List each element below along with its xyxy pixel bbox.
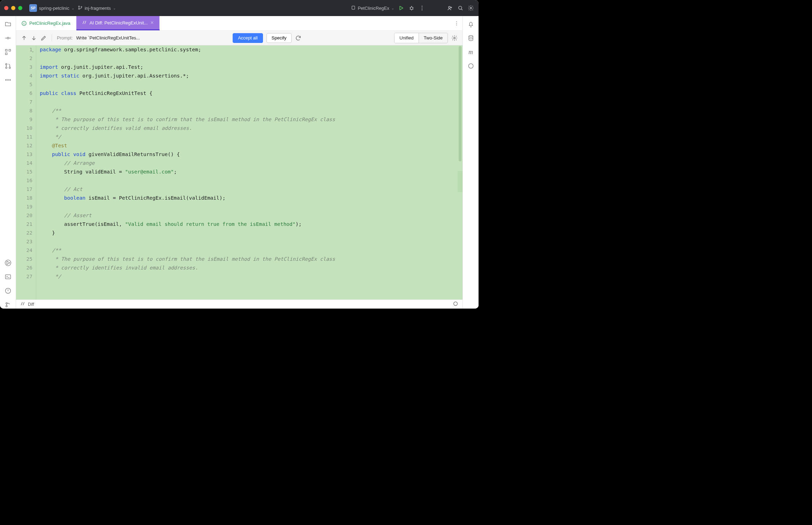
svg-rect-23: [5, 275, 10, 279]
git-tool-icon[interactable]: [4, 301, 12, 309]
prev-change-button[interactable]: [21, 35, 27, 41]
scrollbar[interactable]: [458, 45, 463, 300]
accept-all-button[interactable]: Accept all: [233, 33, 263, 43]
svg-point-5: [422, 6, 422, 7]
code-with-me-icon[interactable]: [446, 5, 453, 12]
svg-point-2: [81, 6, 82, 7]
left-tool-rail: [0, 16, 16, 309]
svg-point-10: [470, 7, 472, 9]
code-area[interactable]: package org.springframework.samples.petc…: [36, 45, 463, 300]
svg-point-20: [9, 80, 10, 81]
notifications-icon[interactable]: [467, 20, 475, 28]
run-tool-icon[interactable]: [4, 259, 12, 267]
unified-view-option[interactable]: Unified: [394, 33, 419, 43]
scroll-marker: [458, 171, 463, 192]
svg-point-30: [456, 23, 457, 23]
close-tab-button[interactable]: ✕: [150, 20, 154, 25]
terminal-tool-icon[interactable]: [4, 273, 12, 281]
database-tool-icon[interactable]: [467, 34, 475, 42]
search-icon[interactable]: [457, 5, 464, 12]
git-branch-selector[interactable]: inj-fragments ⌄: [78, 5, 116, 11]
svg-point-0: [78, 6, 80, 7]
run-file-icon: [351, 5, 356, 11]
minimize-window-button[interactable]: [11, 6, 15, 10]
svg-text:C: C: [23, 22, 25, 25]
tab-ai-diff[interactable]: AI Diff: PetClinicRegExUnit... ✕: [76, 16, 160, 30]
line-number-gutter: 1⌄23456789101112131415161718192021222324…: [16, 45, 36, 300]
ai-assistant-tool-icon[interactable]: [467, 62, 475, 70]
svg-point-32: [454, 37, 456, 39]
svg-point-7: [422, 9, 422, 10]
svg-point-17: [9, 67, 10, 68]
branch-name: inj-fragments: [85, 6, 111, 11]
maximize-window-button[interactable]: [18, 6, 22, 10]
java-class-icon: C: [22, 21, 27, 26]
more-actions-button[interactable]: [419, 5, 426, 12]
svg-point-8: [449, 6, 450, 8]
scroll-thumb[interactable]: [459, 46, 461, 161]
ai-assistant-status-icon[interactable]: [453, 301, 458, 308]
structure-tool-icon[interactable]: [4, 48, 12, 56]
chevron-down-icon: ⌄: [72, 6, 74, 10]
project-selector[interactable]: SP spring-petclinic ⌄: [29, 4, 74, 12]
svg-point-11: [7, 37, 9, 39]
tab-label: AI Diff: PetClinicRegExUnit...: [90, 20, 148, 25]
svg-point-19: [7, 80, 8, 81]
traffic-lights: [4, 6, 22, 10]
commit-tool-icon[interactable]: [4, 34, 12, 42]
svg-point-18: [5, 80, 6, 81]
svg-point-15: [5, 64, 7, 65]
svg-point-29: [456, 21, 457, 22]
svg-point-6: [422, 8, 422, 8]
svg-point-31: [456, 24, 457, 25]
project-badge: SP: [29, 4, 37, 12]
chevron-down-icon: ⌄: [391, 6, 394, 10]
right-tool-rail: m: [463, 16, 479, 309]
run-config-selector[interactable]: PetClinicRegEx ⌄: [351, 5, 394, 11]
edit-prompt-button[interactable]: [40, 35, 47, 41]
run-button[interactable]: [398, 5, 405, 12]
svg-rect-3: [352, 6, 355, 9]
diff-settings-button[interactable]: [451, 35, 458, 41]
debug-button[interactable]: [408, 5, 415, 12]
svg-rect-12: [5, 50, 7, 51]
prompt-text: Write `PetClinicRegExUnitTes...: [76, 35, 140, 40]
tab-options-button[interactable]: [451, 16, 463, 30]
editor-tabs: C PetClinicRegEx.java AI Diff: PetClinic…: [16, 16, 463, 31]
next-change-button[interactable]: [31, 35, 37, 41]
pull-requests-icon[interactable]: [4, 62, 12, 70]
project-tool-icon[interactable]: [4, 20, 12, 28]
run-config-name: PetClinicRegEx: [358, 6, 389, 11]
branch-icon: [78, 5, 83, 11]
tab-petclinicregex-java[interactable]: C PetClinicRegEx.java: [16, 16, 76, 30]
svg-point-33: [469, 36, 473, 37]
close-window-button[interactable]: [4, 6, 8, 10]
settings-icon[interactable]: [467, 5, 474, 12]
view-mode-toggle: Unified Two-Side: [394, 33, 448, 43]
project-name: spring-petclinic: [39, 6, 69, 11]
specify-button[interactable]: Specify: [266, 33, 292, 43]
diff-status-icon: [20, 301, 25, 307]
ai-diff-icon: [82, 20, 87, 26]
svg-point-1: [78, 8, 80, 9]
prompt-label: Prompt:: [57, 35, 73, 40]
problems-tool-icon[interactable]: [4, 287, 12, 295]
svg-point-26: [6, 305, 7, 307]
two-side-view-option[interactable]: Two-Side: [419, 33, 448, 43]
editor[interactable]: 1⌄23456789101112131415161718192021222324…: [16, 45, 463, 300]
svg-point-16: [5, 67, 7, 68]
titlebar: SP spring-petclinic ⌄ inj-fragments ⌄ Pe…: [0, 0, 479, 16]
diff-toolbar: Prompt: Write `PetClinicRegExUnitTes... …: [16, 31, 463, 45]
svg-rect-13: [9, 50, 10, 51]
tab-label: PetClinicRegEx.java: [29, 21, 70, 26]
more-tools-icon[interactable]: [4, 76, 12, 84]
maven-tool-icon[interactable]: m: [467, 48, 475, 56]
svg-rect-14: [5, 53, 7, 55]
svg-marker-21: [7, 261, 9, 265]
chevron-down-icon: ⌄: [113, 6, 116, 10]
status-label: Diff: [28, 302, 34, 307]
svg-point-25: [6, 303, 7, 304]
svg-point-9: [459, 6, 462, 9]
status-bar: Diff: [16, 300, 463, 309]
regenerate-button[interactable]: [295, 35, 301, 41]
